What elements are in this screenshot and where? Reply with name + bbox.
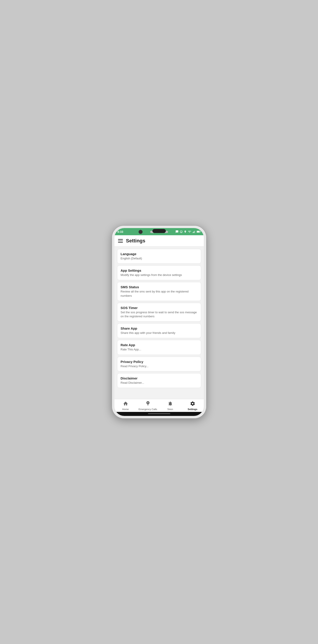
settings-item-disclaimer[interactable]: Disclaimer Read Disclaimer... (117, 373, 201, 388)
wifi-icon (188, 230, 191, 233)
svg-rect-6 (200, 231, 200, 232)
battery-icon (197, 230, 201, 233)
settings-item-share-app[interactable]: Share App Share this app with your frien… (117, 323, 201, 338)
settings-item-desc: Rate This App... (121, 348, 198, 352)
settings-item-title: Privacy Policy (121, 360, 198, 364)
home-bar-line (148, 413, 170, 414)
phone-screen: 6:33 (114, 228, 204, 416)
page-title: Settings (126, 238, 145, 244)
nav-item-settings[interactable]: Settings (181, 399, 204, 412)
settings-item-desc: English (Default) (121, 256, 198, 260)
settings-item-app-settings[interactable]: App Settings Modify the app settings fro… (117, 266, 201, 280)
phone-frame: 6:33 (112, 226, 206, 418)
settings-item-rate-app[interactable]: Rate App Rate This App... (117, 340, 201, 355)
nav-item-home[interactable]: Home (114, 399, 137, 412)
settings-item-desc: Read Disclaimer... (121, 381, 198, 385)
settings-item-desc: Read Privacy Policy... (121, 364, 198, 368)
nav-label-emergency-calls: Emergency Calls (139, 408, 157, 410)
svg-rect-2 (194, 231, 194, 233)
settings-item-desc: Review all the sms sent by this app on t… (121, 290, 198, 298)
phone-camera (139, 230, 143, 234)
phone-notch (152, 229, 166, 233)
home-icon (123, 401, 128, 407)
bottom-nav: Home Emergency Calls Siren Settings (114, 399, 204, 412)
status-time: 6:33 (118, 230, 123, 234)
nav-item-siren[interactable]: Siren (159, 399, 181, 412)
settings-item-title: App Settings (121, 268, 198, 272)
settings-item-title: Share App (121, 326, 198, 330)
settings-item-title: Disclaimer (121, 376, 198, 380)
settings-item-title: SOS Timer (121, 306, 198, 310)
face-icon (180, 230, 183, 233)
settings-icon (190, 401, 195, 407)
settings-item-title: Rate App (121, 343, 198, 347)
settings-list: Language English (Default) App Settings … (114, 247, 204, 399)
location-icon (184, 230, 187, 233)
svg-rect-1 (193, 232, 194, 233)
app-header: Settings (114, 235, 204, 247)
settings-item-sos-timer[interactable]: SOS Timer Set the sos progress timer to … (117, 303, 201, 322)
status-icons (175, 230, 201, 233)
svg-rect-3 (194, 230, 195, 233)
settings-item-title: Language (121, 252, 198, 256)
siren-icon (168, 401, 173, 407)
nav-item-emergency-calls[interactable]: Emergency Calls (137, 399, 159, 412)
settings-item-language[interactable]: Language English (Default) (117, 249, 201, 264)
hamburger-menu-button[interactable] (118, 239, 123, 242)
settings-item-desc: Set the sos progress timer to wait to se… (121, 310, 198, 318)
emergency-calls-icon (145, 401, 151, 407)
nav-label-siren: Siren (167, 408, 173, 410)
home-bar (114, 412, 204, 416)
svg-rect-5 (197, 231, 199, 232)
settings-item-privacy-policy[interactable]: Privacy Policy Read Privacy Policy... (117, 357, 201, 372)
settings-item-desc: Share this app with your friends and fam… (121, 331, 198, 335)
settings-item-desc: Modify the app settings from the device … (121, 273, 198, 277)
settings-item-title: SMS Status (121, 285, 198, 289)
nav-label-home: Home (122, 408, 129, 410)
message-icon (175, 230, 179, 233)
settings-item-sms-status[interactable]: SMS Status Review all the sms sent by th… (117, 282, 201, 301)
nav-label-settings: Settings (188, 408, 197, 410)
signal-icon (192, 230, 196, 233)
svg-rect-0 (193, 232, 193, 233)
